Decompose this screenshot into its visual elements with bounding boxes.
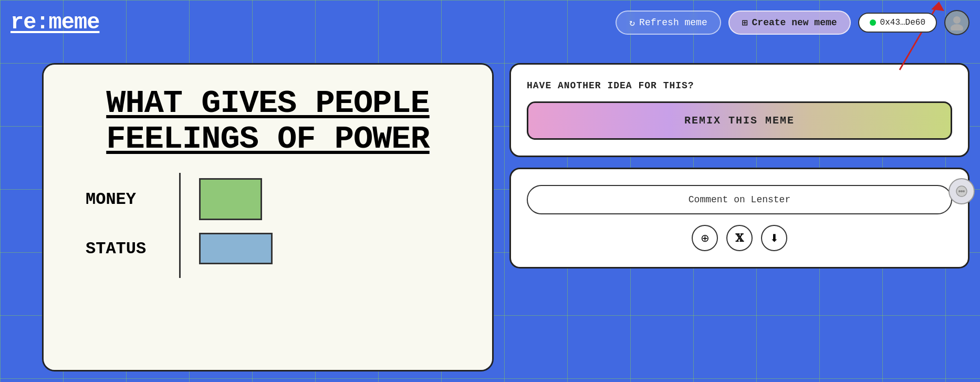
refresh-label: Refresh meme xyxy=(639,17,707,28)
logo-text: re:meme xyxy=(11,10,99,35)
chart-label-money: MONEY xyxy=(86,190,191,209)
chart-bar-status xyxy=(199,233,273,264)
svg-point-6 xyxy=(961,190,963,192)
header-actions: ↻ Refresh meme ⊞ Create new meme 0x43…De… xyxy=(616,10,969,35)
wallet-status-dot xyxy=(870,19,876,26)
chart-bar-money xyxy=(199,178,262,220)
meme-title: WHAT GIVES PEOPLE FEELINGS OF POWER xyxy=(65,86,471,157)
chart-row-money: MONEY xyxy=(86,178,471,220)
meme-inner: WHAT GIVES PEOPLE FEELINGS OF POWER MONE… xyxy=(44,65,492,370)
wallet-address: 0x43…De60 xyxy=(880,18,925,27)
comment-button-label: Comment on Lenster xyxy=(689,194,790,205)
chart-row-status: STATUS xyxy=(86,233,471,264)
meme-title-line2: FEELINGS OF POWER xyxy=(65,121,471,157)
comment-card: Comment on Lenster ⊕ 𝕏 ⬇ xyxy=(509,168,969,269)
meme-title-line1: WHAT GIVES PEOPLE xyxy=(65,86,471,121)
remix-this-meme-button[interactable]: REMIX THIS MEME xyxy=(527,101,952,140)
refresh-icon: ↻ xyxy=(629,17,635,28)
svg-point-0 xyxy=(953,16,961,24)
create-label: Create new meme xyxy=(752,17,837,28)
comment-on-lenster-button[interactable]: Comment on Lenster xyxy=(527,185,952,214)
main-content: WHAT GIVES PEOPLE FEELINGS OF POWER MONE… xyxy=(0,53,980,382)
link-icon: ⊕ xyxy=(701,232,710,244)
avatar[interactable] xyxy=(944,10,969,35)
download-icon: ⬇ xyxy=(770,232,779,244)
twitter-share-button[interactable]: 𝕏 xyxy=(726,225,753,251)
social-icons: ⊕ 𝕏 ⬇ xyxy=(692,225,787,251)
remix-button-label: REMIX THIS MEME xyxy=(684,115,795,127)
svg-point-7 xyxy=(963,190,965,192)
create-new-meme-button[interactable]: ⊞ Create new meme xyxy=(728,11,851,35)
create-icon: ⊞ xyxy=(742,17,748,28)
refresh-meme-button[interactable]: ↻ Refresh meme xyxy=(616,11,721,35)
meme-panel: WHAT GIVES PEOPLE FEELINGS OF POWER MONE… xyxy=(42,63,494,371)
header: re:meme ↻ Refresh meme ⊞ Create new meme… xyxy=(0,0,980,45)
remix-card: HAVE ANOTHER IDEA FOR THIS? REMIX THIS M… xyxy=(509,63,969,157)
logo: re:meme xyxy=(11,10,99,35)
svg-point-1 xyxy=(951,24,963,30)
right-panel: HAVE ANOTHER IDEA FOR THIS? REMIX THIS M… xyxy=(494,63,969,371)
remix-card-title: HAVE ANOTHER IDEA FOR THIS? xyxy=(527,80,952,91)
side-chat-icon[interactable] xyxy=(948,178,975,204)
twitter-icon: 𝕏 xyxy=(735,232,744,244)
download-button[interactable]: ⬇ xyxy=(761,225,787,251)
wallet-button[interactable]: 0x43…De60 xyxy=(858,13,937,33)
svg-point-5 xyxy=(958,190,961,192)
meme-chart: MONEY STATUS xyxy=(65,178,471,264)
chart-label-status: STATUS xyxy=(86,239,191,259)
copy-link-button[interactable]: ⊕ xyxy=(692,225,718,251)
chart-axis xyxy=(179,173,181,278)
